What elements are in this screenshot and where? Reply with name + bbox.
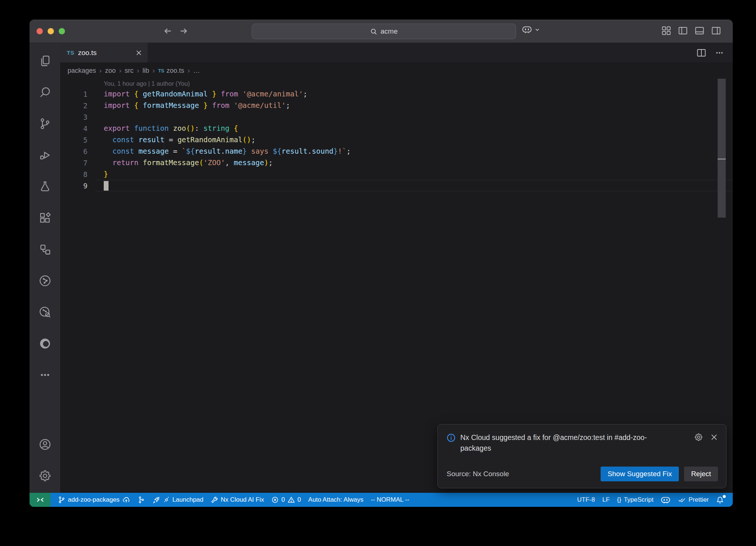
launchpad-label: Launchpad [172,496,203,504]
tab-zoo-ts[interactable]: TS zoo.ts [60,43,148,62]
chevron-right-icon: › [119,66,121,75]
split-editor-button[interactable] [697,48,706,58]
nx-cloud-icon [39,306,51,318]
account-icon [39,438,51,451]
git-branch-status[interactable]: add-zoo-packages [54,493,134,507]
minimize-window-button[interactable] [48,28,54,34]
navigate-forward-button[interactable] [179,26,189,36]
code-line[interactable]: 7 return formatMessage('ZOO', message); [60,157,733,168]
layout-sidebar-right-icon [711,26,721,35]
activity-source-control[interactable] [36,115,54,133]
encoding-status[interactable]: UTF-8 [574,493,599,507]
chevron-down-icon [535,27,540,33]
account-button[interactable] [36,436,54,453]
toggle-panel-button[interactable] [695,26,704,35]
chevron-right-icon: › [99,66,102,75]
activity-edge-browser[interactable] [36,335,54,352]
code-line[interactable]: 8} [60,168,733,180]
reject-button[interactable]: Reject [684,467,718,481]
code-line[interactable]: 6 const message = `${result.name} says $… [60,146,733,157]
code-line[interactable]: 5 const result = getRandomAnimal(); [60,134,733,146]
activity-nx-cloud[interactable] [36,303,54,321]
beaker-icon [39,180,51,193]
activity-project-graph[interactable] [36,240,54,258]
activity-explorer[interactable] [36,52,54,70]
ellipsis-icon [39,369,51,381]
typescript-file-icon: TS [67,50,74,56]
command-center-search[interactable]: acme [252,24,516,39]
rocket-icon [152,496,160,504]
copilot-status[interactable] [657,493,674,507]
copilot-menu-button[interactable] [522,25,540,34]
line-number: 1 [60,90,87,98]
show-suggested-fix-button[interactable]: Show Suggested Fix [601,467,679,481]
gear-icon [39,470,51,482]
warning-count: 0 [298,496,301,504]
code-line[interactable]: 9 [60,180,733,191]
current-line-highlight [96,180,733,191]
cloud-upload-icon [122,496,130,504]
breadcrumb-item[interactable]: src [125,67,134,75]
activity-search[interactable] [36,83,54,101]
line-number: 5 [60,136,87,144]
activity-bar [30,43,60,493]
remote-indicator[interactable] [30,493,51,507]
layout-sidebar-left-icon [678,26,688,35]
source-control-graph-status[interactable] [134,493,149,507]
notification-message: Nx Cloud suggested a fix for @acme/zoo:t… [460,432,664,454]
code-line[interactable]: 2import { formatMessage } from '@acme/ut… [60,100,733,111]
customize-layout-icon [662,26,671,35]
tab-bar: TS zoo.ts [60,43,733,62]
toggle-primary-sidebar-button[interactable] [678,26,688,35]
navigate-back-button[interactable] [162,26,173,36]
breadcrumb-item[interactable]: packages [68,67,96,75]
activity-extensions[interactable] [36,209,54,227]
code-line[interactable]: 1import { getRandomAnimal } from '@acme/… [60,88,733,100]
linked-squares-icon [39,243,51,256]
code-line[interactable]: 3 [60,111,733,123]
code-line[interactable]: 4export function zoo(): string { [60,123,733,134]
indent-guide [164,134,164,168]
files-icon [39,55,51,67]
chevron-right-icon: › [188,66,190,75]
close-tab-button[interactable] [135,49,142,57]
edge-browser-icon [39,337,51,350]
notification-settings-button[interactable] [694,433,703,441]
notifications-bell[interactable] [712,493,728,507]
breadcrumb-item[interactable]: lib [142,67,149,75]
notification-close-button[interactable] [710,433,718,441]
toggle-secondary-sidebar-button[interactable] [711,26,721,35]
prettier-status[interactable]: Prettier [674,493,712,507]
scrollbar[interactable] [718,79,726,218]
language-mode-status[interactable]: {} TypeScript [614,493,657,507]
prettier-label: Prettier [688,496,709,504]
activity-testing[interactable] [36,178,54,195]
arrow-left-icon [162,26,173,36]
settings-button[interactable] [36,467,54,485]
close-window-button[interactable] [37,28,43,34]
more-actions-button[interactable] [715,48,724,57]
line-number: 2 [60,102,87,110]
line-number: 6 [60,147,87,156]
chevron-right-icon: › [137,66,139,75]
breadcrumb-item[interactable]: … [193,67,200,75]
info-icon [447,433,456,442]
customize-layout-button[interactable] [662,26,671,35]
notification-source: Source: Nx Console [447,470,509,478]
nx-cloud-fix-status[interactable]: Nx Cloud AI Fix [207,493,268,507]
activity-run-debug[interactable] [36,146,54,164]
zoom-window-button[interactable] [59,28,65,34]
eol-status[interactable]: LF [599,493,614,507]
activity-more[interactable] [36,366,54,384]
breadcrumb-item[interactable]: zoo [105,67,116,75]
nx-cloud-fix-label: Nx Cloud AI Fix [221,496,264,504]
vim-mode-status[interactable]: -- NORMAL -- [367,493,413,507]
breadcrumb-item[interactable]: TSzoo.ts [158,67,184,75]
auto-attach-status[interactable]: Auto Attach: Always [305,493,367,507]
warning-icon [288,496,295,504]
launchpad-status[interactable]: Launchpad [149,493,207,507]
activity-nx-console[interactable] [36,272,54,290]
problems-status[interactable]: 0 0 [268,493,305,507]
search-icon [370,28,377,35]
arrow-right-icon [179,26,189,36]
